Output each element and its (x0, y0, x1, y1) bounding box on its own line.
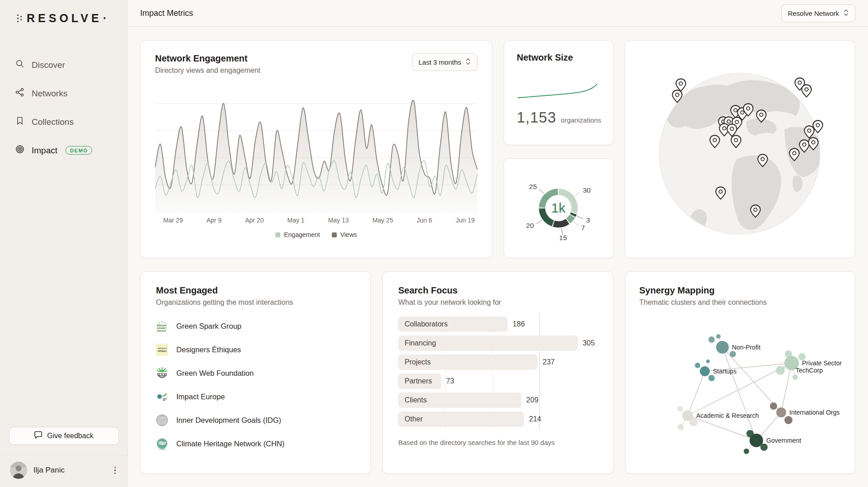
org-row-green-spark-group[interactable]: GREENSPARKGROUP Green Spark Group (156, 320, 355, 332)
user-row[interactable]: Ilja Panic (0, 455, 127, 487)
map-pin (709, 135, 721, 150)
org-row-chn[interactable]: CLIMATE Climate Heritage Network (CHN) (156, 438, 355, 450)
cluster-satellite (677, 406, 683, 411)
sidebar-item-impact[interactable]: Impact DEMO (0, 139, 127, 161)
map-pin (671, 90, 683, 105)
cluster-satellite (793, 374, 798, 380)
bar-value: 73 (446, 377, 454, 385)
cluster-edge (722, 347, 756, 440)
cluster-node (700, 366, 710, 376)
views-legend-swatch (332, 232, 337, 237)
org-row-idg[interactable]: Inner Development Goals (IDG) (156, 414, 355, 426)
map-pin (715, 186, 726, 202)
cluster-satellite (695, 363, 700, 368)
logo-text: RESOLVE (27, 12, 102, 25)
sidebar-item-networks[interactable]: Networks (0, 82, 127, 104)
sidebar-bottom: Give feedback Ilja Panic (0, 427, 127, 487)
bar-label: Partners (405, 377, 432, 385)
cluster-satellite (716, 334, 721, 339)
cluster-label: Government (766, 437, 801, 444)
designers-ethiques-logo: designerséthiques (156, 344, 168, 356)
donut-center-label: 1k (551, 200, 566, 215)
sidebar-item-discover[interactable]: Discover (0, 54, 127, 76)
search-focus-bar-chart: Collaborators186 Financing305 Projects23… (398, 317, 598, 427)
cluster-satellite (776, 366, 785, 375)
donut-label: 3 (586, 216, 590, 224)
give-feedback-button[interactable]: Give feedback (9, 427, 119, 445)
sidebar-nav: Discover Networks Collections Impact DE (0, 54, 127, 161)
distribution-donut-chart: 30371520251k (504, 162, 613, 255)
donut-label: 30 (583, 186, 591, 194)
bar-row: Financing305 (398, 336, 598, 351)
x-tick: Jun 19 (456, 217, 475, 224)
sidebar: RESOLVE · Discover Networks Collectio (0, 0, 128, 487)
network-selector[interactable]: Resolve Network (781, 5, 855, 22)
cluster-label: Non-Profit (732, 344, 760, 351)
x-tick: Apr 20 (245, 217, 264, 224)
sidebar-item-label: Discover (32, 60, 65, 70)
card-title: Network Size (517, 52, 600, 63)
svg-text:éthiques: éthiques (158, 350, 167, 352)
x-tick: Apr 9 (207, 217, 222, 224)
dashboard-content: Network Engagement Directory views and e… (128, 27, 868, 474)
cluster-satellite (708, 375, 715, 381)
cluster-node (716, 341, 729, 354)
x-tick: Jun 6 (417, 217, 432, 224)
chart-legend: Engagement Views (155, 231, 477, 238)
x-tick: May 13 (328, 217, 349, 224)
cluster-node (776, 407, 786, 417)
legend-label: Engagement (284, 231, 320, 238)
user-menu-kebab-icon[interactable] (112, 464, 119, 477)
bar-value: 237 (542, 358, 555, 366)
map-pin (801, 84, 812, 99)
logo-end-dot: · (103, 12, 107, 25)
cluster-satellite (744, 449, 749, 454)
org-row-designers-ethiques[interactable]: designerséthiques Designers Éthiques (156, 344, 355, 356)
cluster-sublabel: TechCorp (796, 367, 823, 374)
network-engagement-card: Network Engagement Directory views and e… (140, 40, 492, 258)
card-title: Most Engaged (156, 285, 355, 296)
svg-text:GROUP: GROUP (157, 330, 166, 332)
most-engaged-card: Most Engaged Organizations getting the m… (140, 271, 371, 474)
x-tick: Mar 29 (163, 217, 183, 224)
cluster-satellite (706, 359, 710, 363)
map-pin (757, 154, 768, 169)
card-subtitle: What is your network looking for (398, 298, 598, 307)
bar-value: 214 (529, 415, 541, 423)
svg-text:designers: designers (158, 347, 167, 350)
org-row-green-web-foundation[interactable]: Green Web Foundation (156, 367, 355, 379)
card-title: Network Engagement (155, 53, 260, 64)
map-pin (755, 109, 767, 125)
search-focus-footnote: Based on the directory searches for the … (398, 439, 598, 446)
network-size-card: Network Size 1,153 organizations (504, 40, 613, 145)
org-row-impact-europe[interactable]: Impact Europe (156, 391, 355, 403)
sidebar-item-collections[interactable]: Collections (0, 111, 127, 133)
network-selector-value: Resolve Network (788, 9, 839, 17)
cluster-node (682, 410, 693, 421)
network-size-sparkline (517, 75, 598, 104)
sidebar-item-label: Impact (32, 146, 57, 156)
synergy-mapping-card: Synergy Mapping Thematic clusters and th… (625, 271, 855, 474)
org-name: Climate Heritage Network (CHN) (176, 440, 284, 448)
map-pin-layer (625, 41, 854, 258)
bar-label: Projects (405, 358, 431, 366)
bar-label: Collaborators (405, 320, 448, 328)
avatar (10, 462, 27, 479)
idg-logo (156, 414, 168, 426)
org-name: Impact Europe (176, 392, 225, 401)
target-icon (15, 145, 24, 156)
cluster-label: Academic & Research (696, 412, 759, 419)
cluster-edge (688, 371, 705, 416)
card-subtitle: Directory views and engagement (155, 66, 260, 75)
range-selector[interactable]: Last 3 months (412, 53, 477, 71)
bar-label: Clients (405, 396, 427, 404)
search-focus-card: Search Focus What is your network lookin… (382, 271, 613, 474)
map-pin (808, 137, 819, 152)
demo-badge: DEMO (66, 146, 92, 155)
org-name: Green Web Foundation (176, 369, 254, 378)
map-pin (788, 148, 800, 163)
search-icon (15, 59, 24, 71)
bar-row: Collaborators186 (398, 317, 598, 332)
cluster-node (750, 434, 763, 447)
chat-bubble-icon (34, 431, 42, 441)
